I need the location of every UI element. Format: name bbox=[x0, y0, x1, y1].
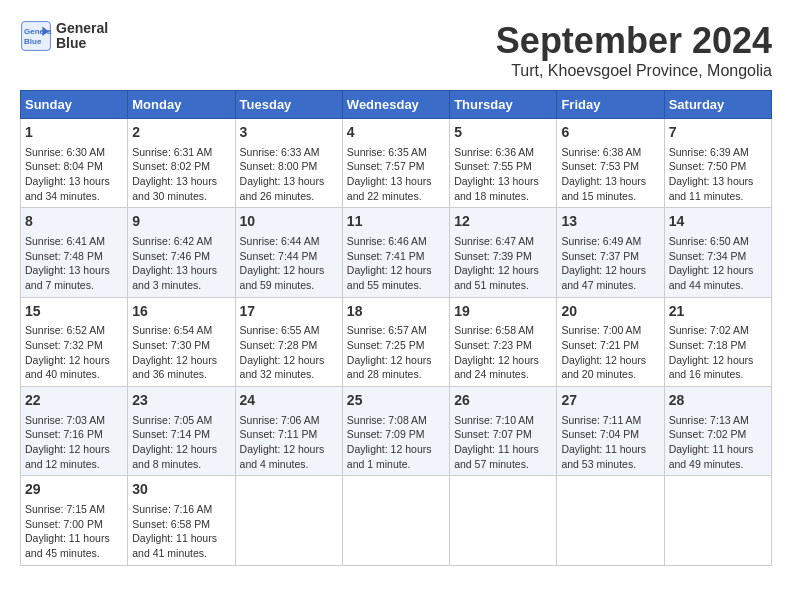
calendar-cell bbox=[235, 476, 342, 565]
day-number: 13 bbox=[561, 212, 659, 232]
logo-text: General Blue bbox=[56, 21, 108, 52]
calendar-cell: 25Sunrise: 7:08 AMSunset: 7:09 PMDayligh… bbox=[342, 387, 449, 476]
day-number: 21 bbox=[669, 302, 767, 322]
cell-line: Sunrise: 6:46 AM bbox=[347, 234, 445, 249]
cell-line: Sunset: 7:14 PM bbox=[132, 427, 230, 442]
day-number: 29 bbox=[25, 480, 123, 500]
logo-line2: Blue bbox=[56, 36, 108, 51]
cell-line: Sunrise: 6:41 AM bbox=[25, 234, 123, 249]
calendar-cell: 13Sunrise: 6:49 AMSunset: 7:37 PMDayligh… bbox=[557, 208, 664, 297]
calendar-cell: 28Sunrise: 7:13 AMSunset: 7:02 PMDayligh… bbox=[664, 387, 771, 476]
calendar-cell: 20Sunrise: 7:00 AMSunset: 7:21 PMDayligh… bbox=[557, 297, 664, 386]
cell-line: and 53 minutes. bbox=[561, 457, 659, 472]
cell-line: Daylight: 11 hours bbox=[561, 442, 659, 457]
logo: General Blue General Blue bbox=[20, 20, 108, 52]
cell-line: and 1 minute. bbox=[347, 457, 445, 472]
cell-line: Sunset: 7:16 PM bbox=[25, 427, 123, 442]
calendar-cell: 18Sunrise: 6:57 AMSunset: 7:25 PMDayligh… bbox=[342, 297, 449, 386]
cell-line: Daylight: 12 hours bbox=[561, 353, 659, 368]
cell-line: Daylight: 13 hours bbox=[347, 174, 445, 189]
cell-line: and 12 minutes. bbox=[25, 457, 123, 472]
calendar-cell: 11Sunrise: 6:46 AMSunset: 7:41 PMDayligh… bbox=[342, 208, 449, 297]
calendar-cell: 8Sunrise: 6:41 AMSunset: 7:48 PMDaylight… bbox=[21, 208, 128, 297]
col-header-tuesday: Tuesday bbox=[235, 91, 342, 119]
calendar-cell: 7Sunrise: 6:39 AMSunset: 7:50 PMDaylight… bbox=[664, 119, 771, 208]
cell-line: Sunrise: 6:49 AM bbox=[561, 234, 659, 249]
cell-line: Sunrise: 6:57 AM bbox=[347, 323, 445, 338]
cell-line: Daylight: 12 hours bbox=[25, 442, 123, 457]
col-header-thursday: Thursday bbox=[450, 91, 557, 119]
day-number: 8 bbox=[25, 212, 123, 232]
cell-line: Sunset: 7:11 PM bbox=[240, 427, 338, 442]
cell-line: and 16 minutes. bbox=[669, 367, 767, 382]
week-row-1: 1Sunrise: 6:30 AMSunset: 8:04 PMDaylight… bbox=[21, 119, 772, 208]
day-number: 5 bbox=[454, 123, 552, 143]
cell-line: Daylight: 11 hours bbox=[454, 442, 552, 457]
cell-line: Sunrise: 7:02 AM bbox=[669, 323, 767, 338]
cell-line: Daylight: 13 hours bbox=[132, 263, 230, 278]
calendar-cell: 17Sunrise: 6:55 AMSunset: 7:28 PMDayligh… bbox=[235, 297, 342, 386]
cell-line: Sunset: 7:41 PM bbox=[347, 249, 445, 264]
calendar-cell: 1Sunrise: 6:30 AMSunset: 8:04 PMDaylight… bbox=[21, 119, 128, 208]
calendar-cell bbox=[450, 476, 557, 565]
cell-line: Daylight: 12 hours bbox=[240, 263, 338, 278]
day-number: 26 bbox=[454, 391, 552, 411]
cell-line: Sunset: 8:00 PM bbox=[240, 159, 338, 174]
cell-line: Sunset: 7:53 PM bbox=[561, 159, 659, 174]
day-number: 16 bbox=[132, 302, 230, 322]
cell-line: Daylight: 12 hours bbox=[669, 263, 767, 278]
week-row-2: 8Sunrise: 6:41 AMSunset: 7:48 PMDaylight… bbox=[21, 208, 772, 297]
header: General Blue General Blue September 2024… bbox=[20, 20, 772, 80]
cell-line: Daylight: 13 hours bbox=[25, 263, 123, 278]
calendar-cell bbox=[664, 476, 771, 565]
cell-line: and 40 minutes. bbox=[25, 367, 123, 382]
calendar-cell: 6Sunrise: 6:38 AMSunset: 7:53 PMDaylight… bbox=[557, 119, 664, 208]
cell-line: Sunset: 7:44 PM bbox=[240, 249, 338, 264]
cell-line: Sunrise: 6:39 AM bbox=[669, 145, 767, 160]
cell-line: Sunset: 8:04 PM bbox=[25, 159, 123, 174]
cell-line: Sunset: 7:48 PM bbox=[25, 249, 123, 264]
cell-line: and 26 minutes. bbox=[240, 189, 338, 204]
cell-line: Sunset: 7:57 PM bbox=[347, 159, 445, 174]
cell-line: Sunset: 7:07 PM bbox=[454, 427, 552, 442]
cell-line: and 18 minutes. bbox=[454, 189, 552, 204]
logo-line1: General bbox=[56, 21, 108, 36]
calendar-cell: 5Sunrise: 6:36 AMSunset: 7:55 PMDaylight… bbox=[450, 119, 557, 208]
cell-line: Sunrise: 6:42 AM bbox=[132, 234, 230, 249]
cell-line: Daylight: 13 hours bbox=[132, 174, 230, 189]
calendar-cell: 21Sunrise: 7:02 AMSunset: 7:18 PMDayligh… bbox=[664, 297, 771, 386]
cell-line: Sunset: 7:21 PM bbox=[561, 338, 659, 353]
calendar-cell: 29Sunrise: 7:15 AMSunset: 7:00 PMDayligh… bbox=[21, 476, 128, 565]
cell-line: Daylight: 13 hours bbox=[240, 174, 338, 189]
cell-line: Sunset: 8:02 PM bbox=[132, 159, 230, 174]
cell-line: and 24 minutes. bbox=[454, 367, 552, 382]
cell-line: Sunrise: 6:30 AM bbox=[25, 145, 123, 160]
cell-line: Daylight: 13 hours bbox=[454, 174, 552, 189]
cell-line: Sunset: 6:58 PM bbox=[132, 517, 230, 532]
cell-line: and 55 minutes. bbox=[347, 278, 445, 293]
calendar-cell: 23Sunrise: 7:05 AMSunset: 7:14 PMDayligh… bbox=[128, 387, 235, 476]
cell-line: Sunrise: 6:50 AM bbox=[669, 234, 767, 249]
cell-line: Sunset: 7:30 PM bbox=[132, 338, 230, 353]
cell-line: and 36 minutes. bbox=[132, 367, 230, 382]
cell-line: Daylight: 13 hours bbox=[561, 174, 659, 189]
cell-line: and 59 minutes. bbox=[240, 278, 338, 293]
cell-line: and 45 minutes. bbox=[25, 546, 123, 561]
cell-line: Sunset: 7:34 PM bbox=[669, 249, 767, 264]
day-number: 30 bbox=[132, 480, 230, 500]
cell-line: and 7 minutes. bbox=[25, 278, 123, 293]
cell-line: Sunset: 7:28 PM bbox=[240, 338, 338, 353]
cell-line: Sunrise: 7:15 AM bbox=[25, 502, 123, 517]
cell-line: Sunrise: 7:08 AM bbox=[347, 413, 445, 428]
cell-line: Sunrise: 7:11 AM bbox=[561, 413, 659, 428]
cell-line: Daylight: 12 hours bbox=[347, 442, 445, 457]
day-number: 28 bbox=[669, 391, 767, 411]
calendar-cell: 27Sunrise: 7:11 AMSunset: 7:04 PMDayligh… bbox=[557, 387, 664, 476]
calendar-cell: 12Sunrise: 6:47 AMSunset: 7:39 PMDayligh… bbox=[450, 208, 557, 297]
cell-line: Daylight: 12 hours bbox=[240, 353, 338, 368]
cell-line: and 47 minutes. bbox=[561, 278, 659, 293]
day-number: 11 bbox=[347, 212, 445, 232]
calendar-cell: 14Sunrise: 6:50 AMSunset: 7:34 PMDayligh… bbox=[664, 208, 771, 297]
cell-line: Sunrise: 6:47 AM bbox=[454, 234, 552, 249]
cell-line: Daylight: 12 hours bbox=[132, 442, 230, 457]
